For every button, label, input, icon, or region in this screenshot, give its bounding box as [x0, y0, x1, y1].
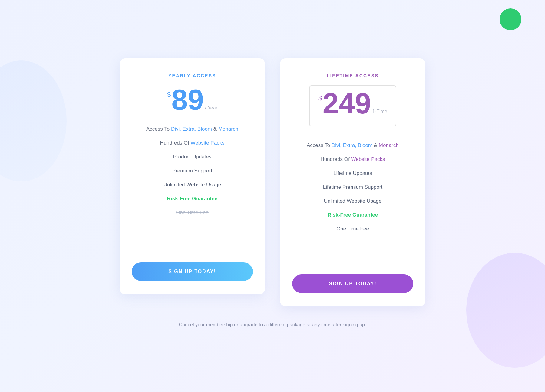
yearly-feature-onetimefee: One Time Fee [132, 206, 253, 220]
pricing-container: YEARLY ACCESS $ 89 / Year Access To Divi… [120, 58, 425, 306]
yearly-feature-usage: Unlimited Website Usage [132, 178, 253, 192]
lifetime-feature-usage: Unlimited Website Usage [292, 194, 413, 208]
lifetime-feature-guarantee: Risk-Free Guarantee [292, 208, 413, 222]
lifetime-feature-onetimefee: One Time Fee [292, 222, 413, 236]
yearly-price-display: $ 89 / Year [167, 85, 217, 114]
lifetime-price-suffix: 1-Time [372, 109, 387, 114]
yearly-card: YEARLY ACCESS $ 89 / Year Access To Divi… [120, 58, 265, 294]
lifetime-feature-access: Access To Divi, Extra, Bloom & Monarch [292, 139, 413, 152]
lifetime-feature-updates: Lifetime Updates [292, 166, 413, 180]
yearly-signup-button[interactable]: SIGN UP TODAY! [132, 262, 253, 281]
yearly-features-list: Access To Divi, Extra, Bloom & Monarch H… [132, 122, 253, 220]
yearly-dollar-sign: $ [167, 91, 171, 99]
yearly-feature-updates: Product Updates [132, 150, 253, 164]
yearly-price-amount: 89 [171, 85, 204, 114]
yearly-feature-support: Premium Support [132, 164, 253, 178]
lifetime-card: LIFETIME ACCESS $ 249 1-Time Access To D… [280, 58, 425, 306]
footer-note: Cancel your membership or upgrade to a d… [179, 322, 366, 328]
yearly-feature-access: Access To Divi, Extra, Bloom & Monarch [132, 122, 253, 136]
bg-dot-top-right [500, 8, 521, 30]
lifetime-feature-packs: Hundreds Of Website Packs [292, 152, 413, 166]
lifetime-price-display: $ 249 1-Time [318, 89, 387, 118]
lifetime-feature-support: Lifetime Premium Support [292, 180, 413, 194]
yearly-feature-guarantee: Risk-Free Guarantee [132, 192, 253, 206]
yearly-feature-packs: Hundreds Of Website Packs [132, 136, 253, 150]
lifetime-price-amount: 249 [322, 89, 371, 118]
lifetime-dollar-sign: $ [318, 94, 322, 102]
bg-decoration-right [466, 253, 545, 368]
lifetime-price-bordered: $ 249 1-Time [309, 85, 396, 126]
bg-decoration-left [0, 60, 67, 181]
lifetime-features-list: Access To Divi, Extra, Bloom & Monarch H… [292, 139, 413, 236]
lifetime-plan-title: LIFETIME ACCESS [327, 73, 379, 78]
yearly-price-suffix: / Year [205, 105, 217, 111]
lifetime-signup-button[interactable]: SIGN UP TODAY! [292, 274, 413, 293]
yearly-plan-title: YEARLY ACCESS [168, 73, 216, 78]
